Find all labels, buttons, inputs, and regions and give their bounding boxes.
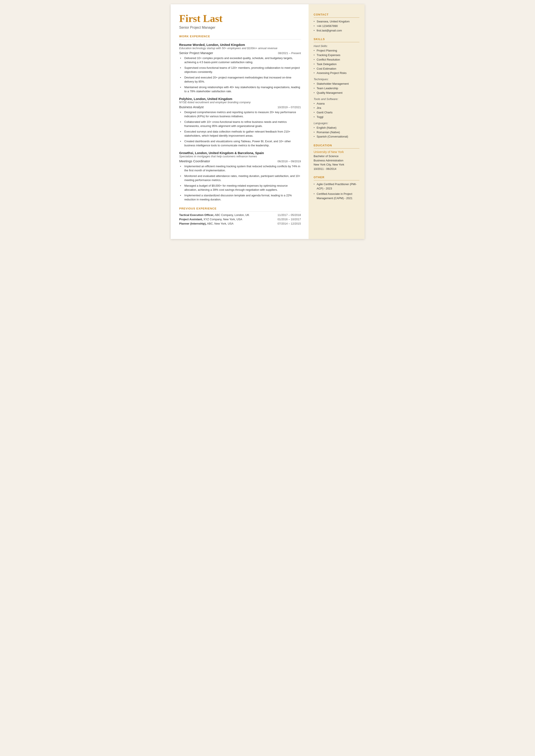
edu-field: Business Administration (314, 158, 359, 163)
company-1-bold: Resume Worded, (179, 43, 206, 46)
job-2-title: Business Analyst (179, 105, 204, 109)
company-2-desc: NYSE-listed recruitment and employer bra… (179, 101, 301, 104)
prev-job-1-title: Tactical Execution Officer, ABC Company,… (179, 213, 249, 216)
education-section: EDUCATION University of New York Bachelo… (314, 144, 359, 171)
skill-gantt-charts: Gantt Charts (314, 110, 359, 115)
job-1-row: Senior Project Manager 08/2021 – Present (179, 51, 301, 55)
prev-job-3-dates: 07/2014 – 12/2015 (277, 222, 301, 225)
skill-tracking-expenses: Tracking Expenses (314, 53, 359, 58)
company-1-name: Resume Worded, London, United Kingdom (179, 43, 301, 46)
job-2-bullets: Designed comprehensive metrics and repor… (179, 110, 301, 148)
bullet-item: Collaborated with 10+ cross-functional t… (180, 120, 301, 128)
bullet-item: Implemented an efficient meeting trackin… (180, 164, 301, 173)
previous-experience-section: PREVIOUS EXPERIENCE Tactical Execution O… (179, 207, 301, 225)
company-3-name: Growthsi, London, United Kingdom & Barce… (179, 151, 301, 155)
contact-email: first.last@gmail.com (314, 28, 359, 33)
contact-phone: +44 1234567890 (314, 24, 359, 28)
bullet-item: Managed a budget of $9,000+ for meeting-… (180, 183, 301, 192)
skill-team-leadership: Team Leadership (314, 86, 359, 91)
skill-project-planning: Project Planning (314, 48, 359, 53)
skill-cost-estimation: Cost Estimation (314, 67, 359, 71)
job-3-bullets: Implemented an efficient meeting trackin… (179, 164, 301, 202)
edu-location: New York City, New York (314, 162, 359, 167)
contact-header: CONTACT (314, 13, 359, 18)
company-1-desc: Education technology startup with 50+ em… (179, 46, 301, 50)
prev-job-2: Project Assistant, XYZ Company, New York… (179, 218, 301, 221)
job-1-dates: 08/2021 – Present (278, 51, 301, 55)
skill-assessing-project-risks: Assessing Project Risks (314, 71, 359, 75)
prev-job-3-title: Planner (Internship), ABC, New York, USA (179, 222, 234, 225)
bullet-item: Delivered 10+ complex projects and excee… (180, 56, 301, 65)
prev-job-2-title: Project Assistant, XYZ Company, New York… (179, 218, 242, 221)
job-2-row: Business Analyst 10/2019 – 07/2021 (179, 105, 301, 109)
work-experience-section: WORK EXPERIENCE Resume Worded, London, U… (179, 35, 301, 202)
bullet-item: Designed comprehensive metrics and repor… (180, 110, 301, 119)
job-3-title: Meetings Coordinator (179, 159, 210, 163)
hard-skills-label: Hard Skills: (314, 44, 359, 48)
bullet-item: Monitored and evaluated attendance rates… (180, 174, 301, 182)
tools-label: Tools and Software: (314, 98, 359, 101)
edu-degree: Bachelor of Science (314, 154, 359, 158)
language-romanian: Romanian (Native) (314, 130, 359, 135)
edu-dates: 10/2011 - 06/2014 (314, 167, 359, 171)
bullet-item: Supervised cross-functional teams of 120… (180, 66, 301, 74)
prev-job-3: Planner (Internship), ABC, New York, USA… (179, 222, 301, 225)
skills-header: SKILLS (314, 38, 359, 42)
skill-task-delegation: Task Delegation (314, 62, 359, 67)
skill-toggl: Toggl (314, 115, 359, 119)
prev-job-1: Tactical Execution Officer, ABC Company,… (179, 213, 301, 216)
bullet-item: Maintained strong relationships with 40+… (180, 85, 301, 94)
company-2-name: Polyhire, London, United Kingdom (179, 97, 301, 101)
prev-job-1-dates: 11/2017 – 05/2018 (277, 213, 301, 216)
other-header: OTHER (314, 176, 359, 181)
job-3-dates: 06/2018 – 09/2019 (277, 160, 301, 163)
skill-stakeholder-management: Stakeholder Management (314, 82, 359, 86)
work-experience-header: WORK EXPERIENCE (179, 35, 301, 40)
language-english: English (Native) (314, 126, 359, 130)
job-2-dates: 10/2019 – 07/2021 (277, 106, 301, 109)
other-section: OTHER Agile Certified Practitioner (PMI-… (314, 176, 359, 200)
skills-section: SKILLS Hard Skills: Project Planning Tra… (314, 38, 359, 139)
skill-conflict-resolution: Conflict Resolution (314, 58, 359, 62)
skill-asana: Asana (314, 101, 359, 106)
education-header: EDUCATION (314, 144, 359, 149)
skill-quality-management: Quality Management (314, 91, 359, 95)
techniques-label: Techniques: (314, 78, 359, 81)
contact-location: Swansea, United Kingdom (314, 19, 359, 24)
company-1-rest: London, United Kingdom (207, 43, 245, 46)
languages-label: Languages: (314, 122, 359, 125)
candidate-title: Senior Project Manager (179, 26, 301, 30)
previous-experience-header: PREVIOUS EXPERIENCE (179, 207, 301, 211)
bullet-item: Created dashboards and visualizations us… (180, 139, 301, 148)
job-1: Resume Worded, London, United Kingdom Ed… (179, 43, 301, 94)
company-2-bold: Polyhire, (179, 97, 193, 101)
skill-jira: Jira (314, 106, 359, 110)
candidate-name: First Last (179, 13, 301, 24)
job-3: Growthsi, London, United Kingdom & Barce… (179, 151, 301, 202)
prev-job-2-dates: 01/2016 – 10/2017 (277, 218, 301, 221)
bullet-item: Implemented a standardized discussion te… (180, 193, 301, 202)
bullet-item: Executed surveys and data collection met… (180, 129, 301, 138)
company-3-rest: London, United Kingdom & Barcelona, Spai… (195, 151, 264, 155)
job-1-bullets: Delivered 10+ complex projects and excee… (179, 56, 301, 94)
company-3-desc: Specializes in mortgages that help custo… (179, 155, 301, 158)
language-spanish: Spanish (Conversational) (314, 134, 359, 139)
other-item-1: Agile Certified Practitioner (PMI-ACP) -… (314, 182, 359, 190)
job-2: Polyhire, London, United Kingdom NYSE-li… (179, 97, 301, 148)
job-1-title: Senior Project Manager (179, 51, 213, 55)
left-column: First Last Senior Project Manager WORK E… (171, 4, 309, 239)
contact-section: CONTACT Swansea, United Kingdom +44 1234… (314, 13, 359, 33)
company-2-rest: London, United Kingdom (194, 97, 232, 101)
company-3-bold: Growthsi, (179, 151, 194, 155)
job-3-row: Meetings Coordinator 06/2018 – 09/2019 (179, 159, 301, 163)
other-item-2: Certified Associate in Project Managemen… (314, 192, 359, 200)
resume-container: First Last Senior Project Manager WORK E… (171, 4, 365, 239)
bullet-item: Devised and executed 20+ project managem… (180, 75, 301, 84)
right-column: CONTACT Swansea, United Kingdom +44 1234… (309, 4, 365, 239)
edu-school: University of New York (314, 150, 359, 154)
